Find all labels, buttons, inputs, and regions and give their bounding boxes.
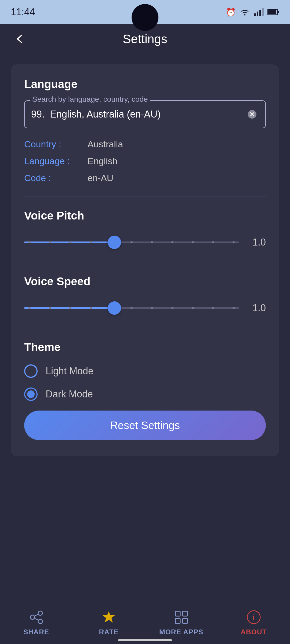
language-value: English bbox=[88, 156, 118, 166]
svg-line-12 bbox=[34, 618, 38, 620]
back-button[interactable] bbox=[11, 30, 30, 48]
voice-pitch-slider[interactable] bbox=[24, 236, 239, 249]
country-value: Australia bbox=[88, 139, 123, 149]
nav-item-more[interactable]: MORE APPS bbox=[145, 609, 218, 636]
rate-label: RATE bbox=[99, 628, 119, 636]
svg-rect-5 bbox=[278, 11, 279, 13]
nav-item-rate[interactable]: RATE bbox=[73, 609, 145, 636]
voice-speed-slider[interactable] bbox=[24, 301, 239, 315]
nav-item-about[interactable]: i ABOUT bbox=[218, 609, 290, 636]
svg-point-9 bbox=[38, 619, 42, 624]
alarm-icon: ⏰ bbox=[226, 8, 236, 17]
light-mode-radio[interactable] bbox=[24, 364, 38, 378]
status-icons: ⏰ bbox=[226, 8, 279, 17]
svg-rect-2 bbox=[259, 10, 261, 16]
signal-icon bbox=[254, 8, 264, 16]
country-label: Country : bbox=[24, 139, 83, 149]
voice-pitch-value: 1.0 bbox=[247, 237, 266, 248]
more-apps-icon bbox=[173, 609, 189, 625]
voice-speed-thumb[interactable] bbox=[108, 301, 121, 315]
svg-rect-1 bbox=[257, 12, 258, 16]
code-row: Code : en-AU bbox=[24, 173, 266, 183]
light-mode-option[interactable]: Light Mode bbox=[24, 364, 266, 378]
divider-2 bbox=[24, 262, 266, 262]
voice-speed-title: Voice Speed bbox=[24, 275, 266, 288]
svg-marker-13 bbox=[103, 611, 115, 623]
dark-mode-option[interactable]: Dark Mode bbox=[24, 387, 266, 401]
divider-1 bbox=[24, 196, 266, 196]
home-indicator bbox=[118, 639, 172, 641]
country-row: Country : Australia bbox=[24, 139, 266, 149]
reset-settings-button[interactable]: Reset Settings bbox=[24, 411, 266, 440]
svg-point-10 bbox=[30, 615, 35, 619]
share-label: SHARE bbox=[23, 628, 49, 636]
light-mode-label: Light Mode bbox=[46, 365, 93, 377]
voice-pitch-slider-row: 1.0 bbox=[24, 236, 266, 249]
camera-notch bbox=[132, 4, 158, 31]
more-apps-label: MORE APPS bbox=[159, 628, 203, 636]
wifi-icon bbox=[240, 8, 250, 16]
voice-speed-slider-row: 1.0 bbox=[24, 301, 266, 315]
rate-icon bbox=[101, 609, 117, 625]
about-label: ABOUT bbox=[241, 628, 267, 636]
battery-icon bbox=[267, 9, 279, 15]
voice-pitch-title: Voice Pitch bbox=[24, 209, 266, 222]
svg-rect-17 bbox=[183, 619, 187, 623]
clear-search-button[interactable] bbox=[245, 108, 259, 121]
about-icon: i bbox=[246, 609, 262, 625]
svg-rect-16 bbox=[175, 619, 180, 623]
svg-rect-3 bbox=[262, 8, 264, 16]
svg-rect-14 bbox=[175, 611, 180, 616]
language-search-input[interactable] bbox=[31, 109, 245, 120]
dark-mode-radio[interactable] bbox=[24, 387, 38, 401]
search-label: Search by language, country, code bbox=[30, 95, 150, 104]
dark-mode-label: Dark Mode bbox=[46, 389, 93, 400]
nav-item-share[interactable]: SHARE bbox=[0, 609, 73, 636]
dark-mode-radio-inner bbox=[27, 390, 35, 398]
language-section-title: Language bbox=[24, 78, 266, 91]
svg-line-11 bbox=[34, 614, 38, 616]
svg-text:i: i bbox=[253, 613, 255, 621]
svg-rect-0 bbox=[254, 13, 256, 16]
svg-rect-15 bbox=[183, 611, 187, 616]
svg-point-8 bbox=[38, 611, 42, 615]
voice-pitch-thumb[interactable] bbox=[108, 236, 121, 249]
theme-section-title: Theme bbox=[24, 341, 266, 354]
status-time: 11:44 bbox=[11, 6, 35, 18]
voice-speed-value: 1.0 bbox=[247, 302, 266, 314]
divider-3 bbox=[24, 328, 266, 328]
svg-rect-6 bbox=[268, 10, 276, 14]
code-value: en-AU bbox=[88, 173, 113, 183]
settings-card: Language Search by language, country, co… bbox=[11, 64, 279, 456]
language-label: Language : bbox=[24, 156, 83, 166]
page-title: Settings bbox=[123, 32, 167, 46]
share-icon bbox=[28, 609, 44, 625]
main-content: Language Search by language, country, co… bbox=[0, 54, 290, 601]
bottom-navigation: SHARE RATE MORE APPS i A bbox=[0, 601, 290, 644]
code-label: Code : bbox=[24, 173, 83, 183]
language-row: Language : English bbox=[24, 156, 266, 166]
language-search-field[interactable]: Search by language, country, code bbox=[24, 100, 266, 128]
